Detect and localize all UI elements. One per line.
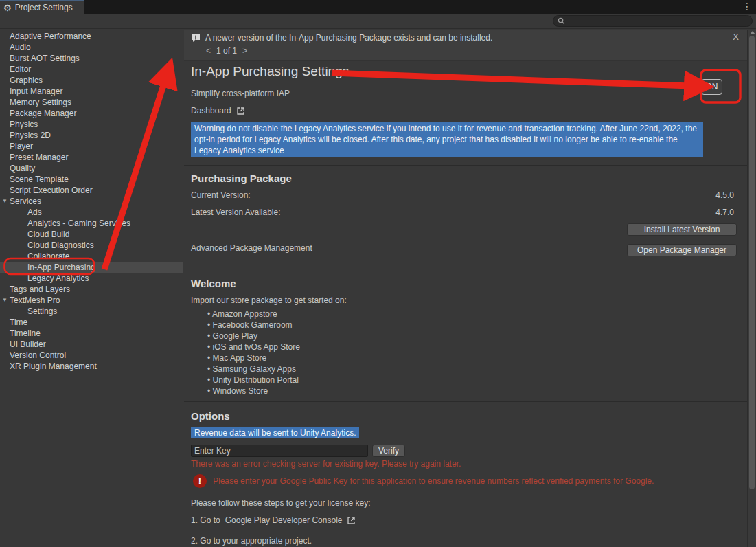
scroll-up-icon[interactable] bbox=[750, 31, 755, 34]
options-heading: Options bbox=[191, 410, 230, 422]
sidebar-item-label: Settings bbox=[0, 306, 57, 316]
pager-prev-icon[interactable]: < bbox=[206, 46, 211, 56]
sidebar-item-timeline[interactable]: Timeline bbox=[0, 328, 183, 339]
sidebar-item-collaborate[interactable]: Collaborate bbox=[0, 251, 183, 262]
sidebar-item-graphics[interactable]: Graphics bbox=[0, 75, 183, 86]
step-2-text: 2. Go to your appropriate project. bbox=[191, 536, 312, 546]
sidebar-item-script-execution-order[interactable]: Script Execution Order bbox=[0, 185, 183, 196]
sidebar-item-label: Physics bbox=[0, 120, 38, 129]
sidebar-item-label: Physics 2D bbox=[0, 131, 51, 140]
step-1-prefix: 1. Go to bbox=[191, 515, 220, 525]
settings-category-list: Adaptive PerformanceAudioBurst AOT Setti… bbox=[0, 30, 183, 547]
google-key-error-text: Please enter your Google Public Key for … bbox=[213, 476, 654, 486]
sidebar-item-burst-aot-settings[interactable]: Burst AOT Settings bbox=[0, 53, 183, 64]
sidebar-item-quality[interactable]: Quality bbox=[0, 163, 183, 174]
sidebar-item-editor[interactable]: Editor bbox=[0, 64, 183, 75]
vertical-scrollbar[interactable] bbox=[747, 30, 756, 547]
sidebar-item-settings[interactable]: Settings bbox=[0, 306, 183, 317]
sidebar-item-label: UI Builder bbox=[0, 339, 46, 349]
latest-version-value: 4.7.0 bbox=[715, 208, 734, 217]
sidebar-item-label: Version Control bbox=[0, 350, 66, 360]
kebab-menu-icon[interactable]: ⋮ bbox=[742, 1, 752, 12]
sidebar-item-cloud-build[interactable]: Cloud Build bbox=[0, 229, 183, 240]
error-icon: ! bbox=[193, 474, 207, 488]
sidebar-item-label: Burst AOT Settings bbox=[0, 54, 80, 63]
sidebar-item-services[interactable]: ▼Services bbox=[0, 196, 183, 207]
advanced-package-management-label: Advanced Package Management bbox=[191, 243, 312, 253]
sidebar-item-xr-plugin-management[interactable]: XR Plugin Management bbox=[0, 361, 183, 372]
welcome-heading: Welcome bbox=[191, 278, 236, 289]
google-public-key-input[interactable] bbox=[191, 445, 368, 457]
sidebar-item-audio[interactable]: Audio bbox=[0, 42, 183, 53]
sidebar-item-label: Scene Template bbox=[0, 175, 69, 184]
sidebar-item-legacy-analytics[interactable]: Legacy Analytics bbox=[0, 273, 183, 284]
scrollbar-thumb[interactable] bbox=[749, 36, 755, 489]
sidebar-item-tags-and-layers[interactable]: Tags and Layers bbox=[0, 284, 183, 295]
revenue-analytics-note: Revenue data will be sent to Unity Analy… bbox=[191, 427, 359, 438]
notification-text: A newer version of the In-App Purchasing… bbox=[205, 33, 492, 43]
sidebar-item-player[interactable]: Player bbox=[0, 141, 183, 152]
section-divider bbox=[184, 165, 747, 166]
dashboard-link[interactable]: Dashboard bbox=[191, 106, 245, 115]
license-steps-intro: Please follow these steps to get your li… bbox=[191, 498, 370, 508]
iap-toggle-on-button[interactable]: ON bbox=[701, 79, 722, 95]
sidebar-item-package-manager[interactable]: Package Manager bbox=[0, 108, 183, 119]
sidebar-item-label: Package Manager bbox=[0, 109, 76, 118]
sidebar-item-preset-manager[interactable]: Preset Manager bbox=[0, 152, 183, 163]
welcome-intro: Import our store package to get started … bbox=[191, 295, 347, 305]
sidebar-item-label: Timeline bbox=[0, 328, 41, 338]
store-list-item: Facebook Gameroom bbox=[207, 320, 300, 331]
tab-title: Project Settings bbox=[15, 3, 73, 12]
sidebar-item-label: Collaborate bbox=[0, 252, 69, 261]
page-subtitle: Simplify cross-platform IAP bbox=[191, 89, 290, 98]
sidebar-item-label: Legacy Analytics bbox=[0, 274, 89, 283]
current-version-value: 4.5.0 bbox=[715, 190, 734, 200]
sidebar-item-in-app-purchasing[interactable]: In-App Purchasing bbox=[0, 262, 183, 273]
notification-message-row: A newer version of the In-App Purchasing… bbox=[191, 33, 492, 43]
search-input[interactable] bbox=[553, 15, 753, 27]
google-play-console-link[interactable]: Google Play Developer Console bbox=[225, 515, 343, 525]
pager-next-icon[interactable]: > bbox=[242, 46, 247, 56]
sidebar-item-physics[interactable]: Physics bbox=[0, 119, 183, 130]
sidebar-item-physics-2d[interactable]: Physics 2D bbox=[0, 130, 183, 141]
dashboard-link-label: Dashboard bbox=[191, 106, 231, 115]
tab-project-settings[interactable]: ⚙ Project Settings bbox=[0, 0, 84, 14]
gear-icon: ⚙ bbox=[3, 3, 12, 12]
purchasing-package-heading: Purchasing Package bbox=[191, 172, 292, 184]
sidebar-item-input-manager[interactable]: Input Manager bbox=[0, 86, 183, 97]
current-version-label: Current Version: bbox=[191, 190, 251, 200]
foldout-triangle-icon[interactable]: ▼ bbox=[1, 295, 8, 306]
install-latest-version-button[interactable]: Install Latest Version bbox=[627, 223, 737, 236]
store-list: Amazon AppstoreFacebook GameroomGoogle P… bbox=[207, 309, 300, 397]
sidebar-item-ui-builder[interactable]: UI Builder bbox=[0, 339, 183, 350]
verify-key-button[interactable]: Verify bbox=[372, 445, 405, 457]
open-package-manager-button[interactable]: Open Package Manager bbox=[627, 244, 737, 256]
sidebar-item-adaptive-performance[interactable]: Adaptive Performance bbox=[0, 31, 183, 42]
store-list-item: iOS and tvOs App Store bbox=[207, 342, 300, 353]
sidebar-item-cloud-diagnostics[interactable]: Cloud Diagnostics bbox=[0, 240, 183, 251]
step-1-row: 1. Go to Google Play Developer Console bbox=[191, 515, 356, 525]
sidebar-item-label: Memory Settings bbox=[0, 98, 71, 107]
console-message-icon bbox=[191, 34, 201, 43]
sidebar-item-label: TextMesh Pro bbox=[0, 295, 60, 305]
sidebar-item-label: Player bbox=[0, 142, 33, 151]
close-icon[interactable]: X bbox=[733, 32, 739, 42]
sidebar-item-scene-template[interactable]: Scene Template bbox=[0, 174, 183, 185]
sidebar-item-label: Adaptive Performance bbox=[0, 32, 91, 41]
sidebar-item-label: Script Execution Order bbox=[0, 186, 93, 195]
sidebar-item-time[interactable]: Time bbox=[0, 317, 183, 328]
sidebar-item-version-control[interactable]: Version Control bbox=[0, 350, 183, 361]
store-list-item: Google Play bbox=[207, 331, 300, 342]
sidebar-item-label: Tags and Layers bbox=[0, 284, 70, 294]
sidebar-item-textmesh-pro[interactable]: ▼TextMesh Pro bbox=[0, 295, 183, 306]
external-link-icon bbox=[347, 516, 356, 525]
foldout-triangle-icon[interactable]: ▼ bbox=[1, 196, 8, 207]
sidebar-item-ads[interactable]: Ads bbox=[0, 207, 183, 218]
sidebar-item-label: Ads bbox=[0, 208, 42, 217]
pager-label: 1 of 1 bbox=[216, 46, 237, 56]
external-link-icon bbox=[236, 107, 245, 115]
sidebar-item-label: Analytics - Gaming Services bbox=[0, 219, 130, 228]
sidebar-item-memory-settings[interactable]: Memory Settings bbox=[0, 97, 183, 108]
store-list-item: Amazon Appstore bbox=[207, 309, 300, 320]
sidebar-item-analytics-gaming-services[interactable]: Analytics - Gaming Services bbox=[0, 218, 183, 229]
